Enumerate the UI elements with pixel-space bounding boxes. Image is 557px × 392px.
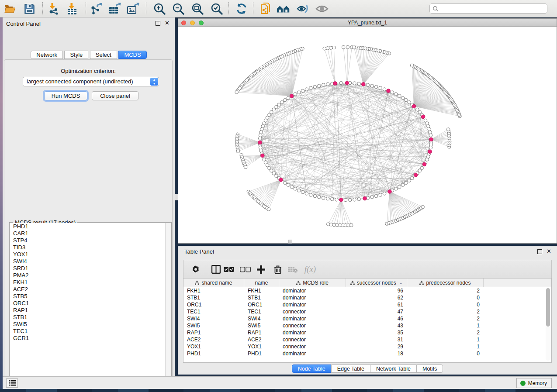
memory-button-label: Memory xyxy=(528,380,547,386)
mcds-result-item[interactable]: ORC1 xyxy=(10,300,165,307)
mcds-result-item[interactable]: TEC1 xyxy=(10,328,165,335)
mcds-result-item[interactable]: GCR1 xyxy=(10,335,165,342)
split-pane-handle[interactable] xyxy=(175,194,178,200)
table-tabs: Node TableEdge TableNetwork TableMotifs xyxy=(178,364,557,373)
table-tab-node-table[interactable]: Node Table xyxy=(292,364,332,373)
export-network-icon[interactable] xyxy=(89,2,104,16)
split-pane-grip[interactable] xyxy=(288,240,292,244)
mcds-result-item[interactable]: STB5 xyxy=(10,293,165,300)
table-row[interactable]: SWI4SWI4dominator462 xyxy=(183,315,551,322)
mcds-result-item[interactable]: CAR1 xyxy=(10,230,165,237)
network-graph[interactable] xyxy=(178,27,557,243)
import-network-icon[interactable] xyxy=(46,2,61,16)
mcds-result-item[interactable]: SWI4 xyxy=(10,258,165,265)
save-icon[interactable] xyxy=(22,2,37,16)
mcds-result-item[interactable]: YOX1 xyxy=(10,251,165,258)
zoom-selected-icon[interactable] xyxy=(209,2,224,16)
add-column-icon[interactable] xyxy=(254,262,268,276)
optimization-criterion-value: largest connected component (undirected) xyxy=(27,78,133,85)
table-row[interactable]: ACE2ACE2connector311 xyxy=(183,336,551,343)
show-columns-icon[interactable] xyxy=(209,262,223,276)
close-panel-icon[interactable]: ✕ xyxy=(165,20,170,26)
float-table-panel-icon[interactable] xyxy=(537,249,542,254)
mcds-result-item[interactable]: FKH1 xyxy=(10,279,165,286)
delete-column-trash-icon[interactable] xyxy=(271,262,285,276)
mcds-result-item[interactable]: SRD1 xyxy=(10,265,165,272)
tab-mcds[interactable]: MCDS xyxy=(118,51,146,59)
zoom-out-icon[interactable] xyxy=(171,2,186,16)
table-row[interactable]: RAP1RAP1dominator352 xyxy=(183,329,551,336)
table-tab-edge-table[interactable]: Edge Table xyxy=(331,364,370,373)
table-row[interactable]: SWI5SWI5connector431 xyxy=(183,322,551,329)
mcds-tab-page: Optimization criterion: largest connecte… xyxy=(4,59,173,386)
network-window-titlebar[interactable]: YPA_prune.txt_1 xyxy=(178,19,557,27)
mcds-result-item[interactable]: TID3 xyxy=(10,244,165,251)
mcds-list-scrollbar[interactable] xyxy=(165,223,171,383)
network-window-title: YPA_prune.txt_1 xyxy=(178,20,557,26)
table-row[interactable]: FKH1FKH1dominator962 xyxy=(183,287,551,294)
export-table-icon[interactable] xyxy=(107,2,122,16)
toolbar-separator xyxy=(42,2,43,15)
table-row[interactable]: ORC1ORC1dominator610 xyxy=(183,301,551,308)
first-neighbors-icon[interactable] xyxy=(276,2,291,16)
close-panel-button[interactable]: Close panel xyxy=(92,91,138,100)
column-header-name[interactable]: name xyxy=(244,279,279,287)
column-header-MCDS-role[interactable]: MCDS role xyxy=(279,279,346,287)
mcds-result-item[interactable]: PHD1 xyxy=(10,223,165,230)
mcds-result-item[interactable]: RAP1 xyxy=(10,307,165,314)
new-network-from-selection-icon[interactable] xyxy=(258,2,273,16)
status-bar: Memory xyxy=(3,376,557,389)
zoom-in-icon[interactable] xyxy=(152,2,167,16)
close-table-panel-icon[interactable]: ✕ xyxy=(547,248,551,254)
table-tab-motifs[interactable]: Motifs xyxy=(416,364,443,373)
tree-icon xyxy=(296,281,301,285)
mcds-result-item[interactable]: STB1 xyxy=(10,314,165,321)
import-table-icon[interactable] xyxy=(65,2,80,16)
tree-icon xyxy=(350,281,355,285)
table-row[interactable]: TEC1TEC1connector472 xyxy=(183,308,551,315)
table-tab-network-table[interactable]: Network Table xyxy=(370,364,417,373)
memory-button[interactable]: Memory xyxy=(516,378,552,388)
open-file-icon[interactable] xyxy=(3,2,17,16)
run-mcds-button[interactable]: Run MCDS xyxy=(44,91,87,100)
toolbar-separator xyxy=(86,2,86,15)
tree-icon xyxy=(419,281,424,285)
mcds-result-item[interactable]: STP4 xyxy=(10,237,165,244)
table-scrollbar-thumb[interactable] xyxy=(546,288,550,327)
tab-network[interactable]: Network xyxy=(31,51,63,59)
mcds-result-item[interactable]: PMA2 xyxy=(10,272,165,279)
search-input[interactable] xyxy=(439,5,547,13)
optimization-criterion-select[interactable]: largest connected component (undirected)… xyxy=(23,77,159,86)
node-table[interactable]: shared namenameMCDS rolesuccessor nodes⌄… xyxy=(183,278,552,363)
table-scrollbar[interactable] xyxy=(546,288,550,361)
float-panel-icon[interactable] xyxy=(156,21,160,26)
hide-selected-icon[interactable] xyxy=(295,2,310,16)
export-image-icon[interactable] xyxy=(125,2,140,16)
apply-function-icon-disabled: f(x) xyxy=(301,262,320,276)
network-window: YPA_prune.txt_1 xyxy=(178,18,557,244)
tab-select[interactable]: Select xyxy=(90,51,117,59)
mcds-result-list[interactable]: PHD1CAR1STP4TID3YOX1SWI4SRD1PMA2FKH1ACE2… xyxy=(10,223,165,383)
mcds-result-item[interactable]: SWI5 xyxy=(10,321,165,328)
table-row[interactable]: PHD1PHD1dominator180 xyxy=(183,350,551,357)
mcds-result-item[interactable]: ACE2 xyxy=(10,286,165,293)
select-all-checkboxes-icon[interactable] xyxy=(222,262,236,276)
search-box[interactable] xyxy=(429,3,547,14)
table-panel-title: Table Panel xyxy=(184,248,214,255)
memory-status-dot-icon xyxy=(520,381,526,386)
zoom-fit-icon[interactable] xyxy=(190,2,205,16)
deselect-all-checkboxes-icon[interactable] xyxy=(238,262,252,276)
table-settings-gear-icon[interactable] xyxy=(189,262,203,276)
app-window: Control Panel ✕ Network Style Select MCD… xyxy=(0,0,557,392)
column-header-shared-name[interactable]: shared name xyxy=(183,279,244,287)
column-header-predecessor-nodes[interactable]: predecessor nodes xyxy=(407,279,484,287)
table-row[interactable]: YOX1YOX1connector291 xyxy=(183,343,551,350)
apply-layout-icon[interactable] xyxy=(234,2,249,16)
combo-stepper-icon: ▲▼ xyxy=(150,78,158,86)
column-header-successor-nodes[interactable]: successor nodes⌄ xyxy=(346,279,407,287)
tab-style[interactable]: Style xyxy=(64,51,88,59)
table-row[interactable]: STB1STB1dominator620 xyxy=(183,294,551,301)
show-all-icon[interactable] xyxy=(315,2,329,16)
task-history-list-icon[interactable] xyxy=(6,378,18,388)
control-panel-header: Control Panel ✕ xyxy=(3,17,175,29)
